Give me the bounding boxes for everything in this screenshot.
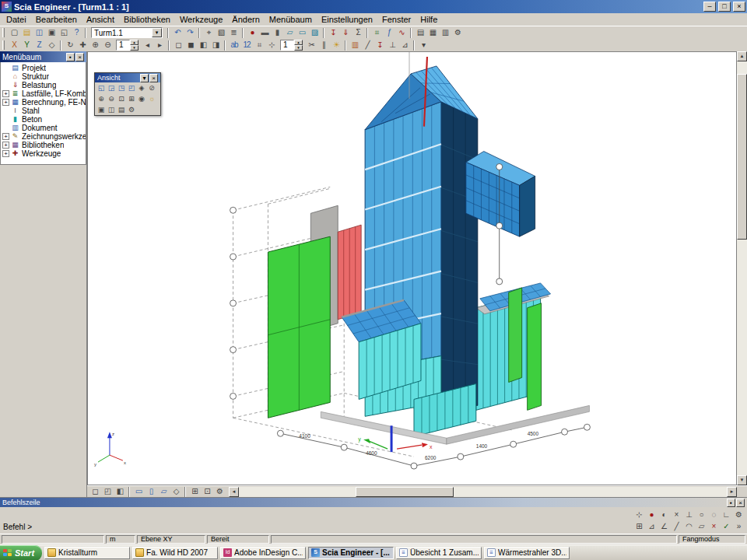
taskbar-item-kristallturm[interactable]: Kristallturm	[44, 547, 130, 559]
view-settings-icon[interactable]: ⚙	[213, 486, 226, 498]
next-view-icon[interactable]: ▸	[153, 40, 166, 51]
help-icon[interactable]: ?	[70, 27, 82, 39]
column-icon[interactable]: ▮	[271, 27, 283, 39]
axonometry-icon[interactable]: ◇	[45, 40, 58, 51]
spin-up-icon[interactable]: ▴	[294, 40, 303, 45]
expand-icon[interactable]: +	[2, 142, 9, 149]
sidebar-item-beton[interactable]: ▮Beton	[2, 115, 86, 124]
coord-relative-icon[interactable]: ⊿	[645, 520, 658, 532]
results-icon[interactable]: ∿	[395, 27, 408, 39]
spin-down-icon[interactable]: ▾	[130, 45, 139, 51]
sidebar-item-struktur[interactable]: ⌂Struktur	[2, 72, 86, 81]
sidebar-item-berechnung-fe-netz[interactable]: +▦Berechnung, FE-Netz	[2, 98, 86, 107]
ansicht-floating-toolbar[interactable]: Ansicht ▾ × ◱◲◳◰◈⊘ ⊕⊖⊡⊞◉☼ ▣◫▤⚙	[94, 72, 161, 116]
gallery-icon[interactable]: ▦	[426, 27, 439, 39]
chevron-down-icon[interactable]: ▾	[140, 74, 149, 82]
section-icon[interactable]: ∥	[317, 40, 330, 51]
start-button[interactable]: Start	[0, 545, 42, 560]
plate-icon[interactable]: ▱	[283, 27, 296, 39]
zoom-window-icon[interactable]: ⊡	[201, 486, 213, 498]
sidebar-item-werkzeuge[interactable]: +✚Werkzeuge	[2, 149, 86, 158]
sidebar-item-stahl[interactable]: IStahl	[2, 107, 86, 115]
open-icon[interactable]: ▤	[20, 27, 33, 39]
wireframe-icon[interactable]: ◻	[172, 40, 184, 51]
settings-icon[interactable]: ⚙	[451, 27, 464, 39]
more-options-icon[interactable]: »	[732, 520, 745, 532]
redo-icon[interactable]: ↷	[184, 27, 196, 39]
close-icon[interactable]: ×	[75, 53, 84, 61]
taskbar-item-übesicht-1-zusam-[interactable]: ≡Übesicht 1 Zusam...	[396, 547, 482, 559]
sidebar-item-zeichnungswerkzeuge[interactable]: +✎Zeichnungswerkzeuge	[2, 132, 86, 141]
input-line-icon[interactable]: ╱	[670, 520, 682, 532]
model-viewport[interactable]: x y z x y	[87, 51, 737, 485]
grid-icon[interactable]: ⌗	[253, 40, 265, 51]
rotate-view-icon[interactable]: ↻	[64, 40, 76, 51]
confirm-input-icon[interactable]: ✓	[720, 520, 732, 532]
close-button[interactable]: ×	[733, 2, 745, 12]
scale-stepper-2[interactable]: 1 ▴▾	[280, 40, 303, 51]
view-top-icon[interactable]: ◱	[96, 83, 106, 93]
members-icon[interactable]: ╱	[361, 40, 374, 51]
view-options-icon[interactable]: ▾	[417, 40, 430, 51]
undo-icon[interactable]: ↶	[171, 27, 184, 39]
chevron-down-icon[interactable]: ▾	[152, 28, 162, 37]
numbering-icon[interactable]: 12	[240, 40, 253, 51]
clipping-icon[interactable]: ✂	[305, 40, 317, 51]
scroll-left-icon[interactable]: ◄	[229, 487, 239, 497]
menu-werkzeuge[interactable]: Werkzeuge	[175, 14, 227, 25]
menu-bibliotheken[interactable]: Bibliotheken	[119, 14, 175, 25]
axonometric-icon[interactable]: ◇	[170, 486, 182, 498]
taskbar-item-wärmestrahler-3d-[interactable]: ≡Wärmestrahler 3D...	[484, 547, 570, 559]
menu-tree-header[interactable]: Menübaum ▪ ×	[0, 51, 86, 62]
spin-down-icon[interactable]: ▾	[294, 45, 303, 51]
sidebar-item-dokument[interactable]: ▥Dokument	[2, 124, 86, 132]
mesh-icon[interactable]: ⌗	[370, 27, 383, 39]
snap-perpendicular-icon[interactable]: ⊥	[682, 509, 695, 520]
zoom-all-icon[interactable]: ⊞	[126, 94, 136, 104]
input-polygon-icon[interactable]: ▱	[695, 520, 707, 532]
scale-stepper-1[interactable]: 1 ▴▾	[116, 40, 139, 51]
zoom-out-icon[interactable]: ⊖	[106, 94, 116, 104]
menu-fenster[interactable]: Fenster	[377, 14, 416, 25]
supports-icon[interactable]: ⊥	[386, 40, 398, 51]
view-side-icon[interactable]: ◳	[116, 83, 126, 93]
scroll-down-icon[interactable]: ▼	[737, 475, 747, 485]
title-bar[interactable]: S Scia Engineer - [Turm1.1 : 1] – □ ×	[0, 0, 747, 13]
hidden-lines-icon[interactable]: ◰	[101, 486, 114, 498]
menu-datei[interactable]: Datei	[2, 14, 31, 25]
rendered-icon[interactable]: ◧	[197, 40, 209, 51]
save-icon[interactable]: ◫	[33, 27, 45, 39]
transparent-icon[interactable]: ◨	[209, 40, 222, 51]
view-settings-icon[interactable]: ⚙	[126, 105, 136, 115]
expand-icon[interactable]: +	[2, 90, 9, 97]
zoom-selection-icon[interactable]: ◉	[136, 94, 146, 104]
sidebar-item-bibliotheken[interactable]: +▦Bibliotheken	[2, 141, 86, 149]
menu-ansicht[interactable]: Ansicht	[82, 14, 119, 25]
plane-yz-icon[interactable]: ▱	[157, 486, 170, 498]
minimize-button[interactable]: –	[703, 2, 716, 12]
model-canvas[interactable]: x y z x y	[88, 52, 736, 485]
document-icon[interactable]: ▤	[414, 27, 426, 39]
view-y-icon[interactable]: Y	[20, 40, 33, 51]
labels-icon[interactable]: ab	[228, 40, 240, 51]
plane-xy-icon[interactable]: ▭	[132, 486, 145, 498]
snap-midpoint-icon[interactable]: ◐	[658, 509, 670, 520]
expand-icon[interactable]: +	[2, 99, 9, 106]
node-icon[interactable]: ●	[246, 27, 258, 39]
pin-icon[interactable]: ▪	[727, 499, 735, 507]
restore-button[interactable]: □	[718, 2, 731, 12]
local-axes-icon[interactable]: ⊿	[398, 40, 411, 51]
perspective-icon[interactable]: ◈	[136, 83, 146, 93]
zoom-in-icon[interactable]: ⊕	[89, 40, 101, 51]
select-rect-icon[interactable]: ▧	[215, 27, 227, 39]
menu-menübaum[interactable]: Menübaum	[265, 14, 317, 25]
wall-icon[interactable]: ▭	[296, 27, 308, 39]
lock-view-icon[interactable]: ⊘	[146, 83, 156, 93]
taskbar-item-scia-engineer-[interactable]: SScia Engineer - [...	[308, 547, 394, 559]
loads-display-icon[interactable]: ↧	[374, 40, 386, 51]
pan-icon[interactable]: ✚	[76, 40, 89, 51]
expand-icon[interactable]: +	[2, 150, 9, 157]
plane-xz-icon[interactable]: ▯	[145, 486, 157, 498]
snap-icon[interactable]: ⊹	[265, 40, 278, 51]
coord-polar-icon[interactable]: ∠	[658, 520, 670, 532]
